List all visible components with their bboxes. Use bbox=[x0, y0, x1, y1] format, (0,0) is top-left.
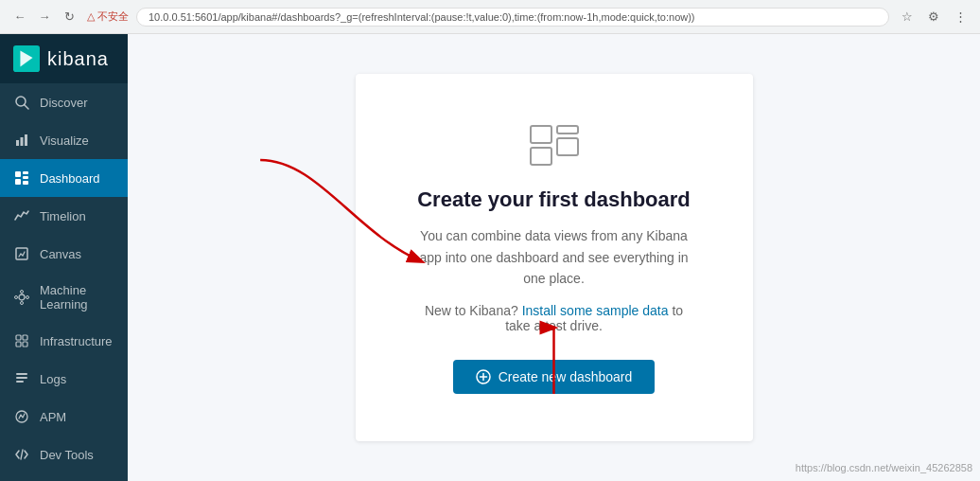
svg-line-2 bbox=[25, 105, 28, 109]
reload-button[interactable]: ↻ bbox=[59, 7, 79, 27]
dashboard-sample-text: New to Kibana? Install some sample data … bbox=[412, 303, 696, 333]
sidebar-logo: kibana bbox=[0, 34, 128, 83]
svg-rect-19 bbox=[16, 342, 21, 347]
warning-icon: △ bbox=[87, 10, 95, 23]
svg-point-12 bbox=[19, 294, 25, 300]
create-dashboard-button[interactable]: Create new dashboard bbox=[453, 360, 656, 394]
main-content: Create your first dashboard You can comb… bbox=[128, 34, 980, 481]
svg-point-13 bbox=[21, 291, 24, 294]
dashboard-card: Create your first dashboard You can comb… bbox=[356, 74, 753, 440]
svg-point-16 bbox=[26, 296, 29, 299]
infrastructure-icon bbox=[13, 332, 30, 349]
security-badge: △ 不安全 bbox=[87, 9, 129, 24]
apm-icon bbox=[13, 408, 30, 425]
svg-rect-3 bbox=[16, 140, 19, 146]
svg-rect-20 bbox=[23, 342, 27, 347]
sidebar-label-machine-learning: Machine Learning bbox=[40, 283, 114, 312]
svg-rect-6 bbox=[15, 171, 21, 177]
sidebar-item-machine-learning[interactable]: Machine Learning bbox=[0, 273, 128, 322]
url-bar[interactable]: 10.0.0.51:5601/app/kibana#/dashboards?_g… bbox=[136, 8, 889, 27]
sidebar-item-monitoring[interactable]: Monitoring bbox=[0, 473, 128, 481]
sidebar-label-timelion: Timelion bbox=[40, 209, 86, 223]
svg-rect-21 bbox=[16, 373, 27, 375]
svg-rect-7 bbox=[23, 171, 28, 174]
timelion-icon bbox=[13, 207, 30, 224]
app-layout: kibana Discover Visualize bbox=[0, 34, 980, 481]
dashboard-icon bbox=[13, 169, 30, 187]
sidebar-item-visualize[interactable]: Visualize bbox=[0, 121, 128, 159]
svg-point-15 bbox=[15, 296, 18, 299]
sample-prefix: New to Kibana? bbox=[425, 303, 518, 318]
watermark: https://blog.csdn.net/weixin_45262858 bbox=[796, 462, 972, 473]
svg-rect-29 bbox=[557, 126, 578, 134]
logs-icon bbox=[13, 370, 30, 387]
install-sample-link[interactable]: Install some sample data bbox=[522, 303, 669, 318]
svg-rect-17 bbox=[16, 335, 21, 340]
svg-rect-31 bbox=[531, 148, 551, 165]
canvas-icon bbox=[13, 245, 30, 262]
sidebar-label-dashboard: Dashboard bbox=[40, 171, 100, 186]
svg-rect-23 bbox=[16, 381, 24, 383]
bookmark-button[interactable]: ☆ bbox=[897, 7, 918, 27]
dashboard-svg-icon bbox=[526, 121, 583, 169]
svg-rect-18 bbox=[23, 335, 27, 340]
visualize-icon bbox=[13, 132, 30, 149]
sidebar-item-apm[interactable]: APM bbox=[0, 398, 128, 436]
back-button[interactable]: ← bbox=[9, 7, 30, 27]
sidebar-item-logs[interactable]: Logs bbox=[0, 360, 128, 398]
svg-rect-10 bbox=[23, 181, 28, 185]
sidebar-label-dev-tools: Dev Tools bbox=[40, 448, 94, 462]
sidebar-label-logs: Logs bbox=[40, 372, 66, 386]
browser-actions: ☆ ⚙ ⋮ bbox=[897, 7, 971, 27]
logo-text: kibana bbox=[47, 48, 109, 70]
sidebar-label-discover: Discover bbox=[40, 96, 88, 110]
sidebar-item-infrastructure[interactable]: Infrastructure bbox=[0, 322, 128, 360]
sidebar-item-canvas[interactable]: Canvas bbox=[0, 235, 128, 273]
svg-rect-8 bbox=[23, 176, 28, 179]
discover-icon bbox=[13, 94, 30, 111]
svg-rect-28 bbox=[531, 126, 551, 143]
svg-rect-4 bbox=[21, 137, 24, 146]
svg-rect-30 bbox=[557, 138, 578, 155]
dashboard-description: You can combine data views from any Kiba… bbox=[412, 225, 696, 289]
dev-tools-icon bbox=[13, 446, 30, 463]
sidebar: kibana Discover Visualize bbox=[0, 34, 128, 481]
browser-chrome: ← → ↻ △ 不安全 10.0.0.51:5601/app/kibana#/d… bbox=[0, 0, 980, 34]
sidebar-label-apm: APM bbox=[40, 410, 66, 424]
plus-circle-icon bbox=[476, 369, 491, 384]
sidebar-label-infrastructure: Infrastructure bbox=[40, 334, 113, 348]
sidebar-item-timelion[interactable]: Timelion bbox=[0, 197, 128, 235]
nav-buttons: ← → ↻ bbox=[9, 7, 79, 27]
svg-rect-5 bbox=[25, 134, 27, 146]
svg-rect-9 bbox=[15, 179, 21, 185]
extensions-button[interactable]: ⚙ bbox=[923, 7, 944, 27]
sidebar-item-dashboard[interactable]: Dashboard bbox=[0, 159, 128, 197]
menu-button[interactable]: ⋮ bbox=[950, 7, 971, 27]
svg-point-14 bbox=[21, 302, 24, 305]
sidebar-label-visualize: Visualize bbox=[40, 134, 89, 148]
dashboard-icon-container bbox=[412, 121, 696, 169]
create-button-label: Create new dashboard bbox=[499, 369, 633, 384]
kibana-logo-icon bbox=[13, 45, 40, 72]
sidebar-label-canvas: Canvas bbox=[40, 247, 81, 261]
sidebar-item-dev-tools[interactable]: Dev Tools bbox=[0, 436, 128, 473]
dashboard-title: Create your first dashboard bbox=[412, 187, 696, 212]
sidebar-item-discover[interactable]: Discover bbox=[0, 83, 128, 121]
machine-learning-icon bbox=[13, 289, 30, 306]
svg-line-25 bbox=[21, 450, 23, 459]
svg-rect-11 bbox=[16, 248, 27, 259]
svg-rect-22 bbox=[16, 377, 27, 379]
forward-button[interactable]: → bbox=[34, 7, 55, 27]
